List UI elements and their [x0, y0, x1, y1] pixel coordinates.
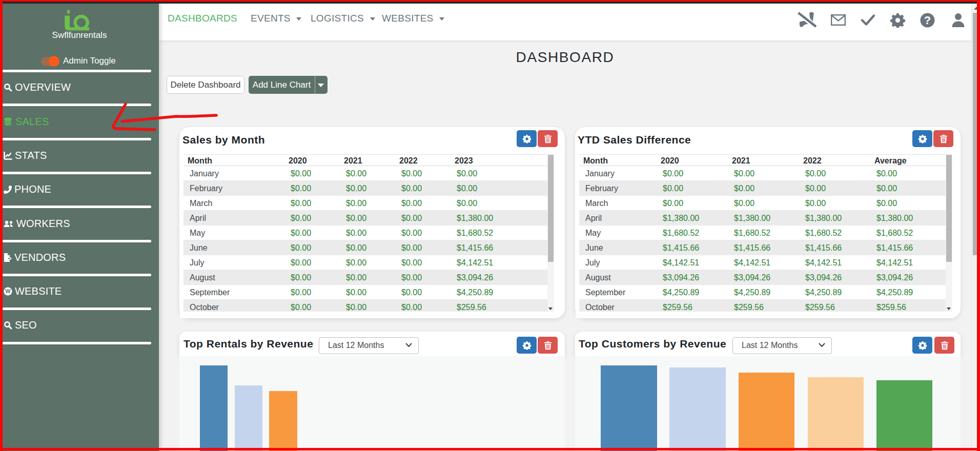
- svg-text:W: W: [5, 288, 11, 294]
- svg-text:?: ?: [924, 14, 931, 27]
